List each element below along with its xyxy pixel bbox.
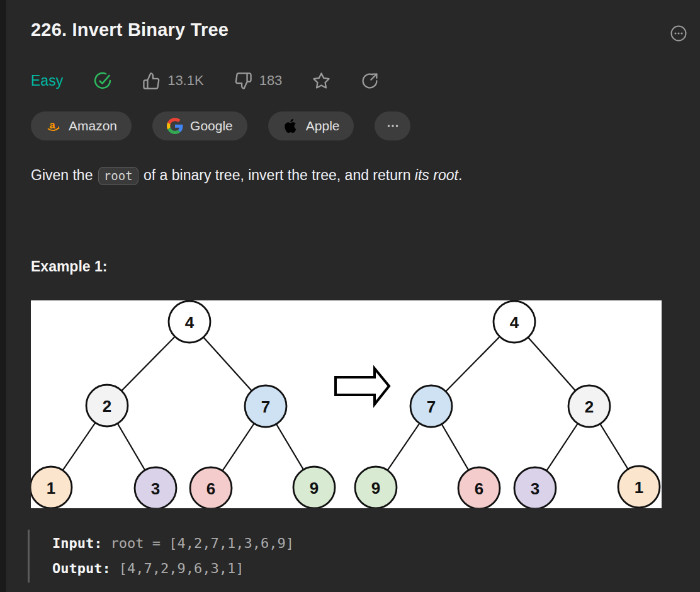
svg-text:1: 1 [635,478,643,497]
problem-panel: 226. Invert Binary Tree Easy [6,0,700,592]
like-button[interactable]: 13.1K [142,72,204,90]
description-text: Given the [31,167,97,183]
description-text: . [458,167,462,183]
svg-text:7: 7 [261,397,270,416]
left-rail [0,0,6,592]
stats-row: Easy 13.1K 183 [31,69,379,92]
ellipsis-icon [385,118,401,134]
example-heading: Example 1: [31,258,107,275]
svg-text:7: 7 [427,397,436,416]
amazon-a-icon: a [45,118,62,134]
share-button[interactable] [361,72,379,90]
tree-diagram-svg: 42713694729631 [31,300,662,508]
problem-description: Given the root of a binary tree, invert … [31,164,673,186]
more-options-button[interactable] [669,24,688,43]
ellipsis-circle-icon [669,24,688,43]
svg-text:9: 9 [371,479,380,498]
google-g-icon [167,118,183,134]
svg-text:2: 2 [103,397,111,416]
svg-text:3: 3 [531,479,539,498]
company-tags-row: a Amazon Google [31,111,410,140]
svg-text:3: 3 [151,479,160,498]
tree-diagram: 42713694729631 [31,300,662,508]
check-circle-icon [93,71,112,90]
company-tag-apple[interactable]: Apple [268,111,354,140]
company-tag-label: Apple [306,118,340,134]
svg-text:4: 4 [185,313,195,332]
star-icon [312,72,330,90]
difficulty-badge[interactable]: Easy [31,72,63,89]
company-tag-label: Amazon [69,118,117,134]
output-value: [4,7,2,9,6,3,1] [119,561,244,576]
favorite-button[interactable] [312,72,330,90]
output-label: Output: [52,561,111,576]
company-tag-amazon[interactable]: a Amazon [31,111,132,140]
thumbs-down-icon [234,72,252,90]
example-output-line: Output:[4,7,2,9,6,3,1] [52,556,294,581]
input-label: Input: [52,535,102,551]
dislike-button[interactable]: 183 [234,72,283,90]
like-count: 13.1K [167,72,204,89]
example-input-line: Input:root = [4,2,7,1,3,6,9] [52,531,294,556]
example-io-block: Input:root = [4,2,7,1,3,6,9] Output:[4,7… [28,530,294,583]
input-value: root = [4,2,7,1,3,6,9] [110,535,293,551]
description-text: of a binary tree, invert the tree, and r… [140,167,415,183]
description-italic-text: its root [415,167,458,183]
svg-text:1: 1 [47,479,55,498]
company-tag-google[interactable]: Google [152,111,247,140]
more-companies-button[interactable] [375,111,410,140]
svg-text:9: 9 [310,479,319,498]
apple-icon [283,118,299,134]
inline-code-root: root [98,167,138,185]
share-icon [361,72,379,90]
svg-text:6: 6 [206,479,215,498]
svg-text:6: 6 [475,479,483,498]
svg-text:2: 2 [585,397,594,416]
thumbs-up-icon [142,72,161,90]
dislike-count: 183 [259,72,283,89]
company-tag-label: Google [190,118,233,134]
page-title: 226. Invert Binary Tree [31,20,229,40]
svg-text:4: 4 [510,313,519,332]
svg-text:a: a [50,119,56,130]
